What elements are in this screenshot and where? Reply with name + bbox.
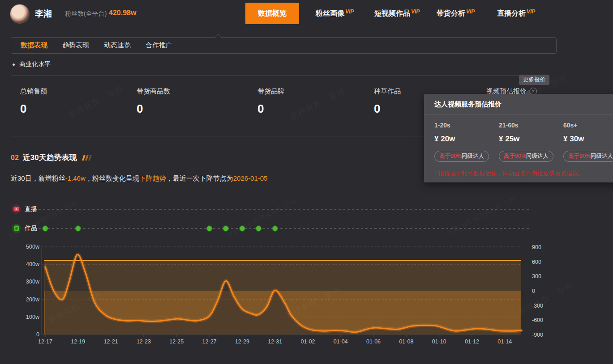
trend-section-header: 02 近30天趋势表现 xyxy=(11,152,91,163)
rank-badge: 高于90%同级达人 xyxy=(563,151,613,162)
quote-disclaimer: * 报价基于账号数据估算，请勿直接作为投放或投资建议。 xyxy=(434,169,584,178)
svg-text:01-02: 01-02 xyxy=(301,339,315,345)
account-name: 李湘 xyxy=(35,8,52,20)
live-play-icon xyxy=(12,204,21,214)
svg-text:100w: 100w xyxy=(26,314,40,320)
svg-text:12-19: 12-19 xyxy=(71,339,85,345)
vip-badge: VIP xyxy=(411,8,420,15)
section-number: 02 xyxy=(11,154,19,162)
svg-text:12-23: 12-23 xyxy=(137,339,151,345)
stat-value: 0 xyxy=(137,102,170,116)
svg-text:-300: -300 xyxy=(532,303,543,309)
stat-brand-count: 带货品牌 0 xyxy=(257,87,284,116)
svg-text:12-25: 12-25 xyxy=(169,339,184,345)
works-document-icon xyxy=(12,224,21,233)
tab-commerce-analysis[interactable]: 带货分析VIP xyxy=(437,0,475,27)
svg-text:-600: -600 xyxy=(532,317,543,323)
subnav-item-data-performance[interactable]: 数据表现 xyxy=(21,41,47,50)
svg-text:900: 900 xyxy=(532,244,541,250)
subnav-item-dynamic-overview[interactable]: 动态速览 xyxy=(104,41,131,50)
trend-summary-text: 近30日，新增粉丝-1.46w，粉丝数变化呈现下降趋势，最近一次下降节点为202… xyxy=(11,174,267,183)
svg-text:300: 300 xyxy=(532,273,541,279)
popup-title: 达人视频服务预估报价 xyxy=(424,94,613,114)
trend-line-chart: 12-1712-1912-2112-2312-2512-2712-2912-31… xyxy=(0,201,613,353)
legend-item-live[interactable]: 直播 xyxy=(12,204,37,214)
rank-badge: 高于90%同级达人 xyxy=(434,151,489,162)
newrank-douyin-dashboard: { "header": { "name": "李湘", "fans_label"… xyxy=(0,0,613,364)
svg-text:200w: 200w xyxy=(26,296,40,303)
svg-text:01-08: 01-08 xyxy=(399,339,413,345)
tab-live-analysis[interactable]: 直播分析VIP xyxy=(497,0,535,27)
fans-count-value: 420.98w xyxy=(109,9,136,17)
rank-badge: 高于90%同级达人 xyxy=(499,151,553,162)
tab-data-overview[interactable]: 数据概览 xyxy=(245,3,299,24)
svg-text:01-14: 01-14 xyxy=(497,339,512,345)
svg-text:500w: 500w xyxy=(26,244,40,250)
stat-value: 0 xyxy=(257,102,284,116)
fans-count-label: 粉丝数(全平台) xyxy=(65,10,107,18)
svg-text:01-12: 01-12 xyxy=(465,339,479,345)
bullet-dot-icon xyxy=(13,63,15,66)
legend-item-works[interactable]: 作品 xyxy=(12,224,37,233)
quote-col-60s-plus: 60s+ ¥ 30w 高于90%同级达人 xyxy=(563,122,613,162)
video-quote-popup: 达人视频服务预估报价 1-20s ¥ 20w 高于90%同级达人 21-60s … xyxy=(424,94,613,182)
svg-text:12-29: 12-29 xyxy=(235,339,249,345)
commercialization-section-title: 商业化水平 xyxy=(13,60,51,68)
vip-badge: VIP xyxy=(527,8,535,15)
stat-seeding-works: 种草作品 0 xyxy=(374,87,401,116)
vip-badge: VIP xyxy=(466,8,475,15)
hot-bars-icon xyxy=(83,155,91,161)
legend-label: 作品 xyxy=(25,224,37,233)
svg-text:01-06: 01-06 xyxy=(366,339,381,345)
tab-short-video-works[interactable]: 短视频作品VIP xyxy=(374,0,420,27)
svg-text:01-10: 01-10 xyxy=(432,339,446,345)
stat-product-count: 带货商品数 0 xyxy=(137,87,170,116)
svg-text:12-17: 12-17 xyxy=(38,339,52,345)
svg-text:12-27: 12-27 xyxy=(202,339,217,345)
svg-text:01-04: 01-04 xyxy=(334,339,348,345)
legend-label: 直播 xyxy=(25,205,37,213)
svg-text:12-21: 12-21 xyxy=(104,339,118,345)
avatar[interactable] xyxy=(10,4,30,24)
svg-text:12-31: 12-31 xyxy=(268,339,282,345)
section-title: 近30天趋势表现 xyxy=(23,152,77,163)
svg-text:300w: 300w xyxy=(26,279,40,285)
stat-value: 0 xyxy=(20,102,47,116)
vip-badge: VIP xyxy=(345,8,354,15)
subnav-bar: 数据表现 趋势表现 动态速览 合作推广 xyxy=(11,37,557,54)
svg-text:600: 600 xyxy=(532,259,541,265)
subnav-item-cooperation-promo[interactable]: 合作推广 xyxy=(146,41,172,50)
quote-col-1-20s: 1-20s ¥ 20w 高于90%同级达人 xyxy=(434,122,499,162)
quote-col-21-60s: 21-60s ¥ 25w 高于90%同级达人 xyxy=(499,122,563,162)
svg-text:400w: 400w xyxy=(26,261,40,267)
svg-text:-900: -900 xyxy=(532,332,543,338)
more-quotes-button[interactable]: 更多报价 xyxy=(519,75,549,85)
subnav-item-trend-performance[interactable]: 趋势表现 xyxy=(62,41,89,50)
svg-text:0: 0 xyxy=(36,331,39,338)
stat-total-sales: 总销售额 0 xyxy=(20,87,47,116)
stat-value: 0 xyxy=(374,102,401,116)
svg-text:0: 0 xyxy=(532,288,535,294)
tab-fans-portrait[interactable]: 粉丝画像VIP xyxy=(316,0,354,27)
